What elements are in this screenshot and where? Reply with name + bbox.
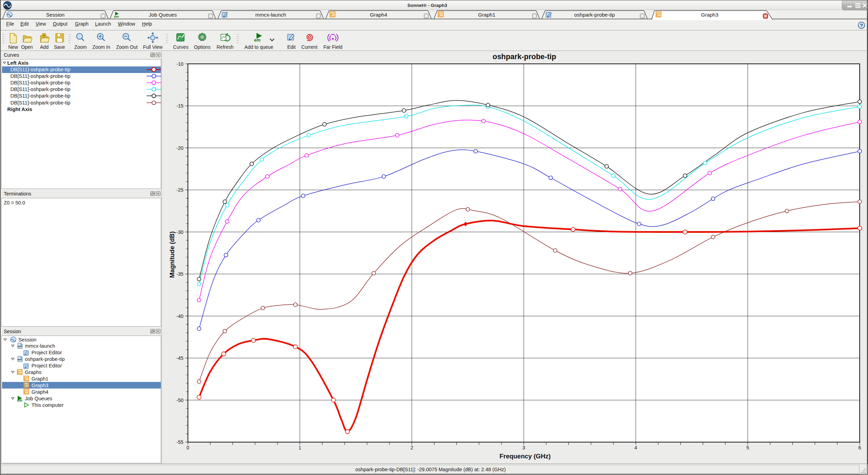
svg-text:-35: -35 [176, 271, 183, 277]
svg-text:-15: -15 [176, 103, 183, 109]
svg-text:oshpark-probe-tip: oshpark-probe-tip [493, 53, 556, 61]
svg-text:Magnitude (dB): Magnitude (dB) [168, 231, 176, 278]
svg-text:-45: -45 [176, 355, 183, 361]
svg-text:1: 1 [299, 445, 301, 450]
svg-text:5: 5 [746, 445, 749, 450]
svg-text:-50: -50 [176, 398, 183, 403]
svg-text:6: 6 [858, 445, 861, 450]
svg-text:Frequency (GHz): Frequency (GHz) [500, 453, 551, 460]
svg-text:-40: -40 [176, 313, 183, 319]
svg-text:-30: -30 [176, 229, 183, 235]
svg-text:-10: -10 [176, 61, 183, 67]
svg-text:-20: -20 [176, 145, 183, 151]
svg-text:-25: -25 [176, 187, 183, 193]
svg-text:0: 0 [187, 445, 189, 450]
svg-text:3: 3 [522, 445, 525, 450]
svg-text:-55: -55 [176, 439, 183, 445]
svg-text:4: 4 [634, 445, 637, 450]
svg-text:2: 2 [410, 445, 413, 450]
